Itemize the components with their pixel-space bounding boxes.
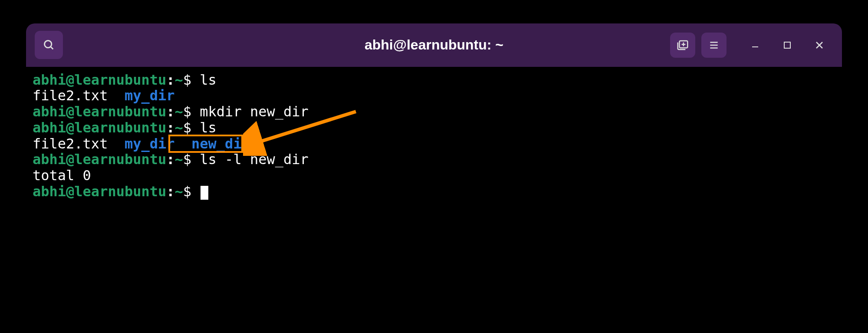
prompt-sep: : (166, 151, 174, 168)
window-controls (750, 40, 825, 50)
svg-line-1 (50, 46, 53, 49)
prompt-path: ~ (175, 151, 183, 168)
menu-button[interactable] (701, 33, 727, 58)
prompt-path: ~ (175, 119, 183, 136)
dir-entry-highlighted: new_dir (191, 135, 250, 152)
prompt-sep: : (166, 183, 174, 200)
command-text: ls (191, 119, 217, 136)
prompt-user: abhi@learnubuntu (33, 151, 166, 168)
prompt-user: abhi@learnubuntu (33, 103, 166, 120)
new-tab-button[interactable] (670, 33, 695, 58)
close-icon (815, 41, 824, 49)
terminal-line: abhi@learnubuntu:~$ ls (33, 72, 835, 88)
prompt-sep: : (166, 119, 174, 136)
prompt-user: abhi@learnubuntu (33, 119, 166, 136)
svg-rect-9 (784, 42, 790, 48)
svg-point-0 (44, 40, 51, 47)
minimize-button[interactable] (750, 40, 760, 50)
terminal-line: total 0 (33, 168, 835, 184)
prompt-path: ~ (175, 183, 183, 200)
terminal-line: file2.txt my_dir (33, 88, 835, 104)
search-button[interactable] (35, 31, 63, 59)
terminal-window: abhi@learnubuntu: ~ (26, 23, 842, 310)
prompt-dollar: $ (183, 103, 191, 120)
prompt-dollar: $ (183, 72, 191, 88)
prompt-dollar: $ (183, 151, 191, 168)
dir-entry: my_dir (125, 135, 175, 152)
terminal-line: abhi@learnubuntu:~$ ls -l new_dir (33, 152, 835, 168)
prompt-path: ~ (175, 103, 183, 120)
prompt-sep: : (166, 103, 174, 120)
prompt-dollar: $ (183, 183, 191, 200)
terminal-line: abhi@learnubuntu:~$ (33, 184, 835, 200)
cursor (201, 186, 208, 200)
close-button[interactable] (814, 40, 825, 50)
maximize-button[interactable] (782, 40, 792, 50)
command-text: ls (191, 72, 217, 88)
command-text: ls -l new_dir (191, 151, 309, 168)
prompt-dollar: $ (183, 119, 191, 136)
minimize-icon (751, 41, 760, 49)
maximize-icon (783, 41, 791, 49)
file-entry: file2.txt (33, 135, 108, 152)
prompt-sep: : (166, 72, 174, 88)
terminal-body[interactable]: abhi@learnubuntu:~$ ls file2.txt my_dir … (26, 67, 842, 205)
terminal-line: abhi@learnubuntu:~$ mkdir new_dir (33, 104, 835, 120)
dir-entry: my_dir (125, 87, 175, 104)
prompt-user: abhi@learnubuntu (33, 72, 166, 88)
window-title: abhi@learnubuntu: ~ (365, 37, 503, 53)
titlebar: abhi@learnubuntu: ~ (26, 23, 842, 67)
search-icon (43, 39, 55, 51)
titlebar-right (670, 33, 833, 58)
prompt-user: abhi@learnubuntu (33, 183, 166, 200)
output-text: total 0 (33, 167, 91, 184)
file-entry: file2.txt (33, 87, 108, 104)
hamburger-icon (708, 40, 720, 51)
command-text (191, 183, 200, 200)
new-tab-icon (676, 39, 689, 52)
prompt-path: ~ (175, 72, 183, 88)
terminal-line: abhi@learnubuntu:~$ ls (33, 120, 835, 136)
command-text: mkdir new_dir (191, 103, 309, 120)
terminal-line: file2.txt my_dir new_dir (33, 136, 835, 152)
